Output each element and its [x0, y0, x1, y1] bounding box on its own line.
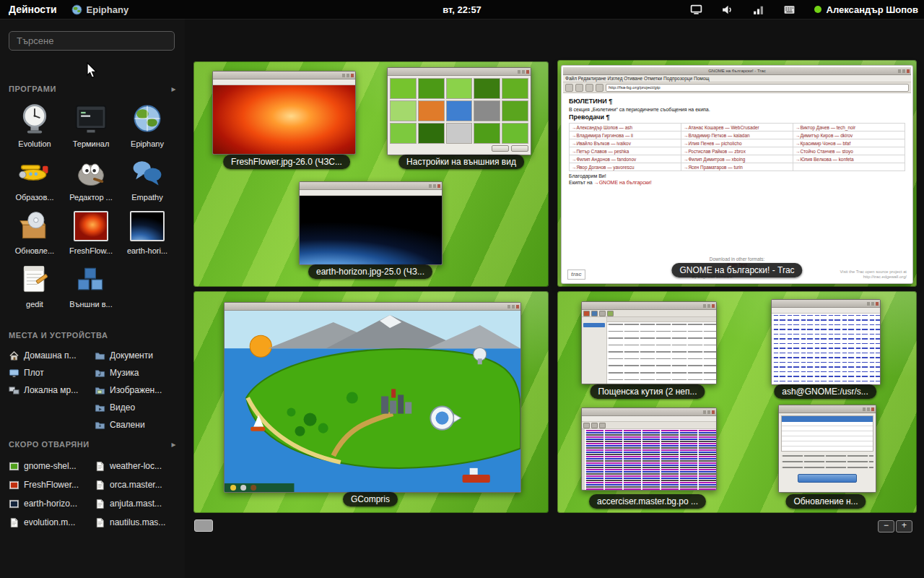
volume-icon[interactable]	[721, 4, 733, 16]
video-folder-icon	[95, 402, 105, 413]
app-label: earth-hori...	[119, 246, 175, 255]
user-menu-button[interactable]: Александър Шопов	[814, 4, 918, 15]
window-preview-mail[interactable]	[581, 301, 717, 384]
workspace-add-button[interactable]: +	[896, 520, 912, 532]
flower-image	[213, 85, 355, 154]
place-label: Свалени	[110, 420, 145, 430]
recent-label: nautilus.mas...	[110, 517, 165, 527]
app-item-empathy[interactable]: Empathy	[119, 155, 175, 202]
recent-item[interactable]: FreshFlower...	[9, 475, 95, 494]
network-signal-icon[interactable]	[752, 4, 764, 16]
recent-expand-icon[interactable]: ▸	[171, 439, 176, 449]
music-folder-icon	[95, 368, 105, 379]
page-paragraph: В секция „Бюлетини“ са периодичните съоб…	[569, 107, 905, 112]
epiphany-globe-icon	[129, 102, 165, 137]
app-item-gimp[interactable]: Редактор ...	[63, 155, 119, 202]
app-item-software-update[interactable]: Обновле...	[6, 208, 63, 255]
recent-item[interactable]: gnome-shel...	[9, 457, 95, 475]
app-item-gedit[interactable]: gedit	[6, 262, 63, 309]
place-desktop[interactable]: Плот	[9, 364, 95, 381]
url-bar: http://fsa-bg.org/project/gtp	[606, 84, 909, 92]
window-titlebar	[772, 300, 880, 308]
input-method-icon[interactable]	[783, 4, 796, 16]
place-downloads[interactable]: Свалени	[95, 416, 180, 434]
place-videos[interactable]: Видео	[95, 399, 180, 416]
window-preview-freshflower[interactable]	[212, 71, 356, 155]
window-preview-trac-browser[interactable]: GNOME на български! - Trac Файл Редактир…	[562, 66, 912, 283]
window-preview-earth-horizon[interactable]	[299, 181, 443, 265]
app-item-gcompris[interactable]: Образов...	[6, 155, 63, 202]
image-file-icon	[9, 480, 19, 491]
window-titlebar	[582, 408, 716, 416]
workspace-1[interactable]: FreshFlower.jpg-26.0 (ЧЗС... Настройки н…	[193, 61, 549, 287]
clock-button[interactable]: вт, 22:57	[443, 4, 481, 15]
place-home[interactable]: Домашна п...	[9, 347, 95, 364]
window-preview-gcompris[interactable]	[224, 302, 521, 493]
app-label: Външни в...	[63, 300, 119, 309]
wallpaper-thumbnails	[390, 78, 528, 144]
recent-item[interactable]: evolution.m...	[9, 513, 95, 532]
workspace-remove-button[interactable]: −	[878, 520, 894, 532]
recent-item[interactable]: orca.master...	[95, 475, 180, 494]
editor-toolbar	[582, 422, 716, 429]
window-menubar	[213, 79, 355, 85]
window-preview-appearance[interactable]	[387, 67, 531, 155]
window-preview-editor[interactable]	[581, 407, 717, 491]
app-item-external-volumes[interactable]: Външни в...	[63, 262, 119, 309]
table-cell: →Атанас Кошарев — WebCrusader	[681, 124, 793, 131]
place-documents[interactable]: Документи	[95, 347, 180, 364]
images-folder-icon	[95, 385, 105, 396]
activities-button[interactable]: Дейности	[0, 4, 66, 15]
place-label: Домашна п...	[24, 350, 77, 361]
window-titlebar: GNOME на български! - Trac	[563, 67, 911, 75]
place-music[interactable]: Музика	[95, 364, 180, 381]
terminal-menubar	[772, 308, 880, 314]
recent-label: evolution.m...	[24, 517, 75, 527]
app-item-freshflower[interactable]: FreshFlow...	[63, 208, 119, 255]
recent-item[interactable]: nautilus.mas...	[95, 513, 180, 532]
downloads-folder-icon	[95, 420, 105, 431]
dash-sidebar: ПРОГРАМИ ▸ Evolution Терминал Epiphany О…	[0, 19, 185, 578]
table-cell	[793, 163, 905, 171]
recent-label: anjuta.mast...	[110, 499, 162, 509]
window-preview-terminal[interactable]	[771, 299, 881, 385]
workspace-2[interactable]: GNOME на български! - Trac Файл Редактир…	[557, 60, 917, 287]
programs-expand-icon[interactable]: ▸	[171, 84, 176, 94]
window-title: Настройки на външния вид	[398, 155, 524, 169]
text-file-icon	[95, 499, 105, 509]
place-pictures[interactable]: Изображен...	[95, 381, 180, 399]
app-label: Empathy	[119, 193, 175, 202]
message-list-header	[607, 317, 716, 322]
display-icon[interactable]	[690, 4, 702, 16]
app-menu-label: Epiphany	[87, 4, 129, 15]
workspace-3[interactable]: GCompris	[193, 291, 549, 513]
search-input[interactable]	[9, 31, 175, 51]
mail-folder-pane	[582, 317, 607, 384]
app-item-terminal[interactable]: Терминал	[63, 101, 119, 148]
documents-folder-icon	[95, 350, 105, 361]
gcompris-scene	[225, 311, 520, 492]
team-link: →GNOME на български!	[594, 180, 652, 185]
app-label: Epiphany	[119, 139, 175, 148]
flower-photo-icon	[74, 211, 108, 241]
app-menu-button[interactable]: Epiphany	[71, 4, 129, 15]
recent-item[interactable]: earth-horizo...	[9, 494, 95, 513]
app-item-epiphany[interactable]: Epiphany	[119, 101, 175, 148]
window-preview-updater[interactable]	[778, 405, 876, 493]
app-label: Терминал	[63, 139, 119, 148]
workspace-indicator[interactable]	[194, 519, 213, 532]
footer-right: Visit the Trac open source project athtt…	[840, 269, 907, 280]
app-item-earth-horizon[interactable]: earth-hori...	[119, 208, 175, 255]
browser-toolbar: http://fsa-bg.org/project/gtp	[563, 82, 911, 93]
place-label: Видео	[110, 402, 135, 413]
home-icon	[9, 350, 19, 361]
place-network[interactable]: Локална мр...	[9, 381, 95, 399]
app-item-evolution[interactable]: Evolution	[6, 101, 63, 148]
user-name: Александър Шопов	[827, 4, 918, 15]
workspace-4[interactable]: Пощенска кутия (2 неп... ash@GNOME:/usr/…	[557, 291, 917, 513]
window-title: earth-horizon.jpg-25.0 (ЧЗ...	[308, 264, 432, 279]
app-label: FreshFlow...	[63, 246, 119, 255]
recent-item[interactable]: weather-loc...	[95, 457, 180, 475]
recent-item[interactable]: anjuta.mast...	[95, 494, 180, 513]
app-label: Evolution	[6, 139, 63, 148]
